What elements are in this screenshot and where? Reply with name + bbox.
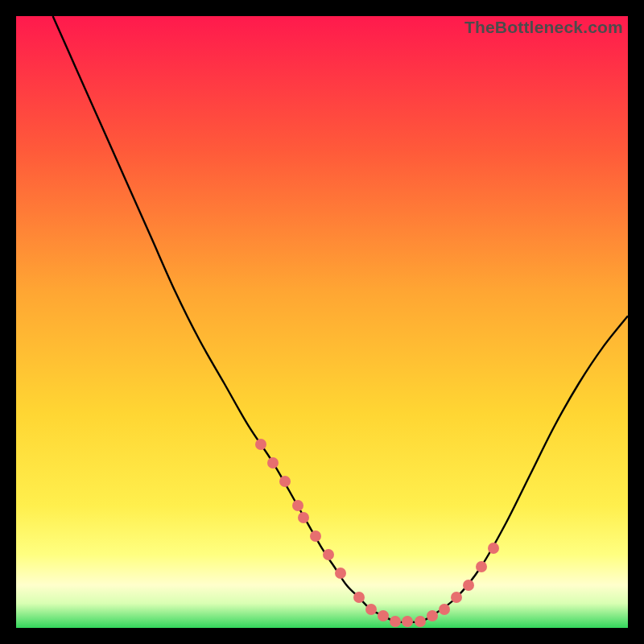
gradient-background: [16, 16, 628, 628]
chart-svg: [16, 16, 628, 628]
data-point: [427, 610, 438, 621]
data-point: [335, 568, 346, 579]
data-point: [353, 592, 365, 603]
data-point: [463, 580, 474, 591]
data-point: [310, 530, 321, 542]
chart-frame: TheBottleneck.com: [16, 16, 628, 628]
data-point: [415, 616, 426, 627]
data-point: [255, 439, 266, 450]
data-point: [267, 457, 279, 469]
data-point: [439, 604, 450, 615]
data-point: [378, 610, 389, 621]
data-point: [390, 616, 401, 627]
watermark-text: TheBottleneck.com: [464, 18, 623, 37]
data-point: [488, 543, 499, 554]
data-point: [279, 476, 291, 487]
data-point: [451, 592, 462, 603]
data-point: [402, 616, 413, 627]
data-point: [365, 604, 377, 615]
data-point: [323, 549, 334, 560]
data-point: [476, 561, 487, 572]
data-point: [298, 512, 309, 523]
data-point: [292, 500, 303, 511]
